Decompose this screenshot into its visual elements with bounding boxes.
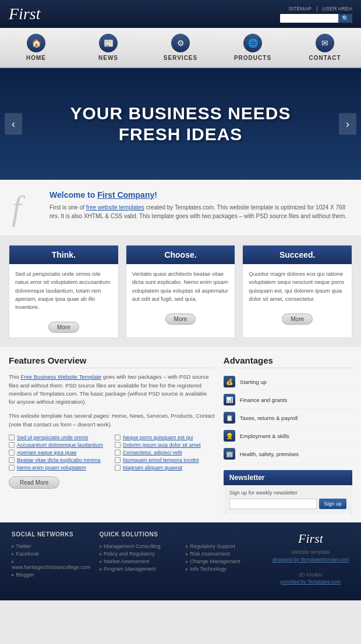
footer-solutions-col: Quick Solutions Management Consulting Po… (100, 531, 177, 586)
newsletter-email-input[interactable] (229, 499, 317, 509)
list-item: Market Assessment (100, 557, 177, 565)
three-boxes-section: Think. Sed ut perspiciatis unde omnis is… (0, 236, 361, 347)
footer-logo: First (272, 531, 349, 546)
footer-social-hcc: www.heritagechristiancollege.com (12, 557, 91, 571)
adv-icon-2: 📊 (224, 394, 235, 405)
search-button[interactable]: 🔍 (338, 14, 352, 23)
search-input[interactable] (280, 14, 338, 23)
footer-social-list: Twitter Facebook www.heritagechristianco… (12, 542, 91, 578)
nav-home[interactable]: 🏠 HOME (0, 31, 72, 63)
choose-box-footer: More (126, 309, 235, 329)
feature-link-2[interactable]: Accusantium doloremque laudantium (9, 442, 109, 448)
products-icon: 🌐 (243, 34, 262, 52)
list-item: Policy and Regulatory (100, 550, 177, 557)
feature-link-3[interactable]: Aperiam eaque ipsa quae (9, 450, 109, 456)
adv-item-2: 📊 Finance and grants (224, 391, 352, 409)
feature-link-10[interactable]: Magnam aliquam quaerat (115, 465, 215, 471)
footer-social-title: Social Networks (12, 531, 91, 538)
footer-col3-list: Regulatory Support Risk Assessment Chang… (186, 542, 263, 572)
welcome-company-link[interactable]: First Company (97, 190, 154, 200)
adv-icon-5: 🏢 (224, 448, 235, 460)
user-area-link[interactable]: USER AREA (322, 6, 352, 12)
features-link-grid: Sed ut perspiciatis unde omnis Neque por… (9, 435, 215, 471)
welcome-title: Welcome to First Company! (49, 190, 349, 200)
main-content-section: Features Overview This Free Business Web… (0, 347, 361, 522)
footer-brand-col: First Website template designed by Templ… (272, 531, 349, 586)
search-bar: 🔍 (280, 14, 352, 23)
adv-item-3: 📋 Taxes, returns & payroll (224, 409, 352, 427)
adv-label-1: Starting up (240, 379, 267, 385)
adv-icon-3: 📋 (224, 412, 235, 424)
succeed-more-button[interactable]: More (282, 314, 313, 325)
feature-link-9[interactable]: Numquam emod tempora incidnt (115, 457, 215, 463)
nav-services[interactable]: ⚙ SERVICES (144, 31, 217, 63)
footer-brand-text: Website template designed by TemplateMon… (272, 549, 349, 586)
newsletter-signup-button[interactable]: Sign up (319, 499, 346, 509)
footer-col3-title (186, 531, 263, 538)
news-icon: 📰 (99, 34, 118, 52)
home-icon: 🏠 (27, 34, 45, 52)
header-links: SITEMAP | USER AREA (289, 6, 352, 12)
nav-products[interactable]: 🌐 PRODUCTS (217, 31, 289, 63)
footer-grid: Social Networks Twitter Facebook www.her… (12, 531, 349, 586)
list-item: Change Management (186, 557, 263, 565)
features-title: Features Overview (9, 355, 215, 368)
footer-social-blogger: Blogger (12, 571, 91, 578)
adv-icon-1: 💰 (224, 376, 235, 387)
slider-prev-button[interactable]: ‹ (5, 113, 22, 135)
feature-link-7[interactable]: Dolorim ipsum quia dolor sit amet (115, 442, 215, 448)
hero-line2: FRESH IDEAS (70, 124, 291, 145)
hero-slider: ‹ YOUR BUSINESS NEEDS FRESH IDEAS › (0, 68, 361, 180)
footer-social-twitter: Twitter (12, 542, 91, 550)
feature-link-1[interactable]: Sed ut perspiciatis unde omnis (9, 435, 109, 440)
templates-com-link[interactable]: provided by Templates.com (281, 579, 341, 585)
sitemap-link[interactable]: SITEMAP (289, 6, 312, 12)
site-logo[interactable]: First (9, 5, 40, 23)
feature-link-6[interactable]: Neque porro quisquam est qui (115, 435, 215, 440)
welcome-section: f Welcome to First Company! First is one… (0, 180, 361, 236)
footer-social-col: Social Networks Twitter Facebook www.her… (12, 531, 91, 586)
adv-icon-4: 👷 (224, 430, 235, 442)
features-section: Features Overview This Free Business Web… (9, 355, 215, 514)
template-monster-link[interactable]: designed by TemplateMonster.com (272, 557, 349, 563)
succeed-box-header: Succeed. (243, 245, 352, 264)
list-item: Regulatory Support (186, 542, 263, 550)
succeed-box-footer: More (243, 309, 352, 329)
footer: Social Networks Twitter Facebook www.her… (0, 522, 361, 600)
think-box-footer: More (9, 317, 118, 337)
nav-products-label: PRODUCTS (234, 55, 271, 61)
nav-contact[interactable]: ✉ CONTACT (289, 31, 361, 63)
footer-solutions-list: Management Consulting Policy and Regulat… (100, 542, 177, 572)
adv-label-3: Taxes, returns & payroll (240, 415, 298, 421)
choose-box-header: Choose. (126, 245, 235, 264)
choose-more-button[interactable]: More (165, 314, 196, 325)
newsletter-form: Sign up (229, 499, 346, 509)
choose-box-body: Veritatis quasi architecto beatae vitae … (126, 264, 235, 309)
newsletter-title: Newsletter (224, 470, 352, 485)
read-more-button[interactable]: Read More (9, 476, 59, 489)
feature-link-8[interactable]: Consectetur, adipisci velit (115, 450, 215, 456)
think-box-header: Think. (9, 245, 118, 264)
list-item: Program Management (100, 565, 177, 572)
free-templates-link[interactable]: free website templates (86, 204, 144, 211)
slider-next-button[interactable]: › (339, 113, 356, 135)
adv-label-5: Health, safety, premises (240, 451, 299, 457)
adv-item-5: 🏢 Health, safety, premises (224, 445, 352, 463)
feature-link-4[interactable]: Beatae vitae dicta explicabo minima (9, 457, 109, 463)
feature-link-5[interactable]: Nemo enim ipsam voluptatem (9, 465, 109, 471)
welcome-content: Welcome to First Company! First is one o… (49, 190, 349, 220)
footer-social-facebook: Facebook (12, 550, 91, 557)
nav-news-label: NEWS (98, 55, 118, 61)
newsletter-section: Newsletter Sign up for weekly newsletter… (224, 470, 352, 514)
adv-item-1: 💰 Starting up (224, 373, 352, 391)
think-more-button[interactable]: More (48, 322, 79, 333)
list-item: Info Technology (186, 565, 263, 572)
newsletter-body: Sign up for weekly newsletter Sign up (224, 485, 352, 514)
features-description2: This website template has several pages:… (9, 412, 215, 429)
features-template-link[interactable]: Free Business Website Template (21, 373, 102, 380)
features-description: This Free Business Website Template goes… (9, 373, 215, 406)
advantages-section: Advantages 💰 Starting up 📊 Finance and g… (224, 355, 352, 514)
succeed-box-body: Quuntur magni dolores eos qui ratione vo… (243, 264, 352, 309)
nav-news[interactable]: 📰 NEWS (72, 31, 144, 63)
nav-home-label: HOME (26, 55, 46, 61)
